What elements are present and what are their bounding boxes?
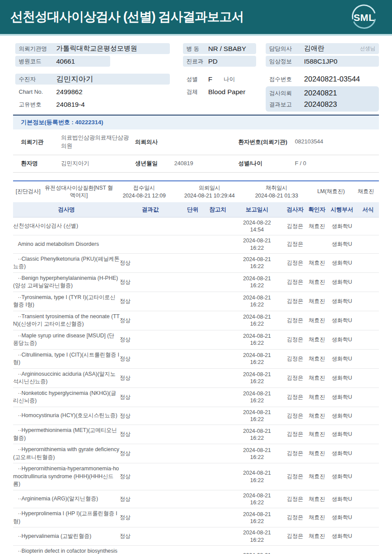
report-page: 선천성대사이상검사 (선별) 검사결과보고서 SML 의뢰기관명 가톨릭대학교은… — [0, 0, 392, 554]
basic-value: 김민지아기 — [61, 160, 132, 168]
cell-report-date: 2024-08-21 16:22 — [231, 333, 283, 347]
cell-department: 생화학U — [327, 223, 357, 230]
table-row: ··Argininemia (ARG)(알지닌혈증) 정상 2024-08-21… — [13, 490, 379, 509]
cell-test-name: ··Classic Phenylketonuria (PKU)(페닐케톤뇨증) — [13, 255, 120, 271]
header-accent-line — [0, 34, 392, 36]
table-row: ··Biopterin defect in cofactor biosynthe… — [13, 546, 379, 554]
cell-department: 생화학U — [327, 412, 357, 420]
cell-report-date: 2024-08-21 16:22 — [231, 511, 283, 525]
table-row: Amino acid metabolism Disorders 2024-08-… — [13, 235, 379, 254]
table-row: ··Argininosuccinic aciduria (ASA)(알지노석시닌… — [13, 369, 379, 388]
cell-result: 정상 — [120, 533, 181, 540]
col-department: 시행부서 — [327, 206, 357, 214]
cell-test-name: ··Hyperornithinemia with gyrate deficien… — [13, 446, 120, 461]
basic-value: 082103544 — [295, 138, 379, 146]
report-header: 선천성대사이상검사 (선별) 검사결과보고서 SML — [0, 0, 392, 34]
cell-confirmer: 채효진 — [307, 223, 327, 230]
cell-report-date: 2024-08-21 16:22 — [231, 294, 283, 309]
cell-confirmer: 채효진 — [307, 374, 327, 382]
cell-confirmer: 채효진 — [307, 394, 327, 401]
cell-report-date: 2024-08-21 16:22 — [231, 409, 283, 423]
cell-tester: 김정은 — [283, 374, 307, 382]
doctor-suffix: 선생님 — [360, 45, 375, 52]
table-row: ··Citrullinemia, type I (CIT)(시트룰린혈증 I형)… — [13, 350, 379, 369]
basic-value: 240819 — [174, 160, 238, 168]
field-value: Blood Paper — [208, 88, 245, 96]
cell-report-date: 2024-08-21 16:22 — [231, 447, 283, 461]
basic-label: 환자명 — [21, 160, 61, 167]
cell-test-name: Amino acid metabolism Disorders — [13, 241, 120, 248]
cell-confirmer: 채효진 — [307, 496, 327, 503]
info-column-middle: 병 동 NR / SBABY 진료과 PD 성별 F 나이 검체 Blood P… — [183, 43, 256, 99]
basic-label: 환자번호(의뢰기관) — [238, 138, 295, 146]
cell-report-date: 2024-08-21 16:22 — [231, 552, 283, 554]
cell-confirmer: 채효진 — [307, 514, 327, 521]
field-value: 40661 — [56, 58, 75, 65]
table-row: ··Hypervalinemia (고발린혈증) 정상 2024-08-21 1… — [13, 527, 379, 546]
field-row-dept: 진료과 PD — [183, 56, 256, 67]
order-receipt-label: 접수일시 — [113, 184, 175, 192]
field-value: 김애란 — [304, 44, 324, 53]
cell-confirmer: 채효진 — [307, 336, 327, 343]
cell-department: 생화학U — [327, 431, 357, 438]
order-tag: [진단검사] — [13, 188, 44, 195]
cell-report-date: 2024-08-21 16:22 — [231, 529, 283, 544]
cell-tester: 김정은 — [283, 450, 307, 457]
field-value: 240819-4 — [56, 101, 85, 109]
basic-value: 의료법인삼광의료재단삼광의원 — [61, 134, 132, 150]
cell-department: 생화학U — [327, 473, 357, 480]
cell-result: 정상 — [120, 298, 181, 305]
table-row: ··Transient tyrosinemia of the neonate (… — [13, 311, 379, 330]
cell-test-name: ··Hyperprolinemia I (HP I)(고프롤린혈증 I형) — [13, 510, 120, 525]
cell-test-name: ··Maple syrup urine disease [MSUD] (단풍당뇨… — [13, 332, 120, 347]
table-header-row: 검사명 결과값 단위 참고치 보고일시 검사자 확인자 시행부서 서식 — [13, 202, 379, 218]
cell-test-name: ··Hypervalinemia (고발린혈증) — [13, 533, 120, 540]
basic-info-row: 의뢰기관 의료법인삼광의료재단삼광의원 의뢰의사 환자번호(의뢰기관) 0821… — [13, 129, 379, 155]
table-row: ··Tyrosinemia, type I (TYR I)(고타이로신혈증 I형… — [13, 292, 379, 311]
cell-result: 정상 — [120, 317, 181, 324]
cell-result: 정상 — [120, 355, 181, 363]
cell-department: 생화학U — [327, 279, 357, 286]
cell-confirmer: 채효진 — [307, 317, 327, 324]
field-label: 임상정보 — [269, 58, 304, 65]
basic-value: F / 0 — [295, 160, 379, 168]
field-value: 2499862 — [56, 88, 82, 96]
cell-confirmer: 채효진 — [307, 450, 327, 457]
cell-test-name: ··Argininosuccinic aciduria (ASA)(알지노석시닌… — [13, 370, 120, 386]
cell-tester: 김정은 — [283, 355, 307, 363]
cell-result: 정상 — [120, 473, 181, 480]
field-label: 의뢰기관명 — [19, 45, 56, 53]
field-label: 수진자 — [19, 75, 56, 83]
field-value: 가톨릭대학교은평성모병원 — [56, 44, 137, 53]
field-row-report-date: 결과보고 20240823 — [269, 99, 375, 110]
field-label: 접수번호 — [269, 75, 304, 83]
cell-report-date: 2024-08-21 16:22 — [231, 313, 283, 328]
cell-result: 정상 — [120, 279, 181, 286]
cell-confirmer: 채효진 — [307, 355, 327, 363]
field-label: 담당의사 — [269, 45, 304, 53]
cell-confirmer: 채효진 — [307, 279, 327, 286]
field-row-ward: 병 동 NR / SBABY — [183, 43, 256, 54]
field-row-receipt-no: 접수번호 20240821-03544 — [266, 74, 379, 85]
basic-info-title: 기본정보(등록번호 : 40222314) — [13, 116, 379, 129]
cell-report-date: 2024-08-22 14:54 — [231, 219, 283, 234]
order-request-time: 2024-08-21 10:29:44 — [175, 192, 244, 200]
col-result: 결과값 — [120, 206, 181, 214]
cell-test-name: ··Argininemia (ARG)(알지닌혈증) — [13, 495, 120, 503]
cell-test-name: ··Homocystinuria (HCY)(호모시스틴뇨증) — [13, 412, 120, 420]
cell-test-name: ··Biopterin defect in cofactor biosynthe… — [13, 547, 120, 554]
field-row-specimen: 검체 Blood Paper — [183, 86, 256, 97]
cell-test-name: ··Citrullinemia, type I (CIT)(시트룰린혈증 I형) — [13, 351, 120, 367]
cell-result: 정상 — [120, 374, 181, 382]
table-row: 선천성대사이상검사 (선별) 2024-08-22 14:54 김정은 채효진 … — [13, 218, 379, 236]
cell-report-date: 2024-08-21 16:22 — [231, 352, 283, 366]
field-value: 20240821-03544 — [304, 75, 360, 84]
cell-tester: 김정은 — [283, 473, 307, 480]
patient-info-panel: 의뢰기관명 가톨릭대학교은평성모병원 병원코드 40661 수진자 김민지아기 … — [0, 43, 392, 109]
cell-tester: 김정은 — [283, 317, 307, 324]
cell-test-name: ··Benign hyperphenylalaninemia (H-PHE)(양… — [13, 275, 120, 290]
cell-department: 생화학U — [327, 259, 357, 267]
cell-department: 생화학U — [327, 317, 357, 324]
cell-tester: 김정은 — [283, 496, 307, 503]
field-label: 병원코드 — [19, 58, 56, 65]
